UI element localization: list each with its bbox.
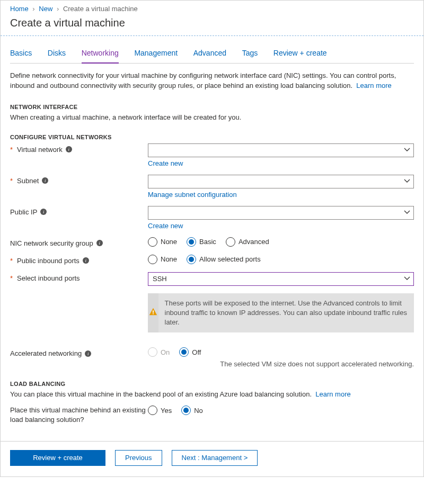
radio-nic-advanced[interactable]: Advanced xyxy=(226,237,269,247)
tab-tags[interactable]: Tags xyxy=(242,46,258,62)
info-icon[interactable]: i xyxy=(40,209,47,215)
footer: Review + create Previous Next : Manageme… xyxy=(1,442,423,476)
required-icon: * xyxy=(10,146,13,154)
inbound-ports-select[interactable]: SSH xyxy=(148,272,414,286)
chevron-down-icon xyxy=(404,275,410,283)
warning-box: These ports will be exposed to the inter… xyxy=(148,293,414,333)
review-create-button[interactable]: Review + create xyxy=(10,450,105,466)
info-icon[interactable]: i xyxy=(83,257,89,264)
radio-inbound-allow[interactable]: Allow selected ports xyxy=(187,255,261,264)
breadcrumb: Home › New › Create a virtual machine xyxy=(1,1,423,14)
required-icon: * xyxy=(10,257,13,265)
label-nic-sg: NIC network security group xyxy=(10,239,93,247)
warning-text: These ports will be exposed to the inter… xyxy=(158,293,414,333)
label-select-inbound: Select inbound ports xyxy=(17,274,80,282)
section-configure-vn: CONFIGURE VIRTUAL NETWORKS xyxy=(10,134,414,140)
radio-lb-no[interactable]: No xyxy=(181,406,203,415)
section-load-balancing: LOAD BALANCING xyxy=(10,381,414,387)
warning-icon xyxy=(148,307,158,318)
accel-net-hint: The selected VM size does not support ac… xyxy=(148,360,414,368)
breadcrumb-current: Create a virtual machine xyxy=(63,5,138,13)
required-icon: * xyxy=(10,274,13,282)
radio-accel-on: On xyxy=(148,347,170,357)
chevron-down-icon xyxy=(404,209,410,217)
radio-nic-basic[interactable]: Basic xyxy=(187,237,216,247)
chevron-right-icon: › xyxy=(30,5,37,13)
tab-bar: Basics Disks Networking Management Advan… xyxy=(10,46,414,64)
radio-accel-off[interactable]: Off xyxy=(179,347,201,357)
info-icon[interactable]: i xyxy=(85,350,91,357)
tab-disks[interactable]: Disks xyxy=(48,46,66,62)
public-ip-select[interactable] xyxy=(148,206,414,220)
chevron-right-icon: › xyxy=(55,5,61,13)
virtual-network-select[interactable] xyxy=(148,143,414,157)
lb-note: You can place this virtual machine in th… xyxy=(10,390,414,398)
section-network-interface: NETWORK INTERFACE xyxy=(10,104,414,110)
breadcrumb-home[interactable]: Home xyxy=(10,5,29,13)
tab-management[interactable]: Management xyxy=(134,46,178,62)
radio-nic-none[interactable]: None xyxy=(148,237,177,247)
create-new-vnet-link[interactable]: Create new xyxy=(148,159,183,167)
next-button[interactable]: Next : Management > xyxy=(172,450,258,466)
tab-advanced[interactable]: Advanced xyxy=(193,46,226,62)
ni-note: When creating a virtual machine, a netwo… xyxy=(10,113,414,121)
previous-button[interactable]: Previous xyxy=(115,450,162,466)
chevron-down-icon xyxy=(404,178,410,186)
info-icon[interactable]: i xyxy=(42,177,48,184)
info-icon[interactable]: i xyxy=(96,240,103,246)
radio-inbound-none[interactable]: None xyxy=(148,255,177,264)
svg-rect-1 xyxy=(153,313,154,314)
tab-review[interactable]: Review + create xyxy=(273,46,327,62)
page-title: Create a virtual machine xyxy=(1,14,423,35)
tab-networking[interactable]: Networking xyxy=(82,46,119,64)
breadcrumb-new[interactable]: New xyxy=(39,5,52,13)
svg-rect-0 xyxy=(153,311,154,313)
tab-basics[interactable]: Basics xyxy=(10,46,32,62)
label-public-ip: Public IP xyxy=(10,208,37,216)
required-icon: * xyxy=(10,177,13,185)
info-icon[interactable]: i xyxy=(66,146,72,152)
manage-subnet-link[interactable]: Manage subnet configuration xyxy=(148,191,237,199)
label-virtual-network: Virtual network xyxy=(17,146,63,154)
create-new-ip-link[interactable]: Create new xyxy=(148,222,183,230)
radio-lb-yes[interactable]: Yes xyxy=(148,406,172,415)
label-subnet: Subnet xyxy=(17,177,39,185)
label-public-inbound: Public inbound ports xyxy=(17,257,80,265)
learn-more-lb-link[interactable]: Learn more xyxy=(315,390,350,398)
divider xyxy=(1,35,423,36)
subnet-select[interactable] xyxy=(148,175,414,188)
label-accel-net: Accelerated networking xyxy=(10,349,82,357)
intro-text: Define network connectivity for your vir… xyxy=(10,71,414,91)
learn-more-link[interactable]: Learn more xyxy=(356,82,391,89)
chevron-down-icon xyxy=(404,147,410,155)
label-placement: Place this virtual machine behind an exi… xyxy=(10,406,148,425)
